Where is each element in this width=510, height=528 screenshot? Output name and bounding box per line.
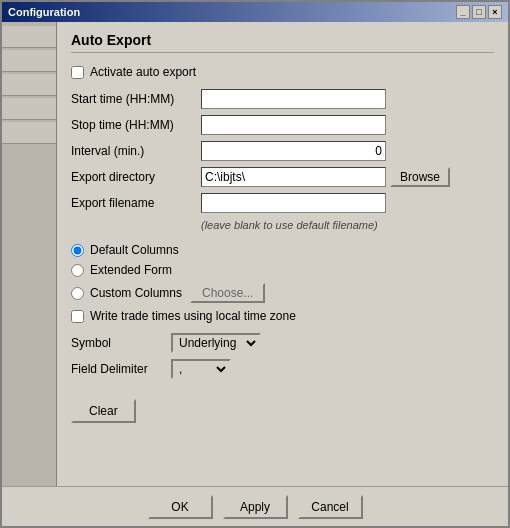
custom-columns-label: Custom Columns [90,286,182,300]
symbol-dropdown[interactable]: Underlying Symbol [171,333,261,353]
symbol-label: Symbol [71,336,171,350]
ok-button[interactable]: OK [148,495,213,519]
sidebar-tab-3[interactable] [2,74,56,96]
sidebar-tab-2[interactable] [2,50,56,72]
export-filename-input[interactable] [201,193,386,213]
export-filename-label: Export filename [71,196,201,210]
sidebar-tab-5[interactable] [2,122,56,144]
left-sidebar [2,22,57,486]
minimize-button[interactable]: _ [456,5,470,19]
extended-form-row: Extended Form [71,263,494,277]
export-directory-row: Export directory Browse [71,167,494,187]
custom-columns-radio[interactable] [71,287,84,300]
write-trade-times-checkbox[interactable] [71,310,84,323]
custom-columns-row: Custom Columns Choose... [71,283,494,303]
default-columns-row: Default Columns [71,243,494,257]
field-delimiter-dropdown[interactable]: , ; tab [171,359,231,379]
default-columns-label: Default Columns [90,243,179,257]
start-time-row: Start time (HH:MM) [71,89,494,109]
section-title: Auto Export [71,32,494,53]
title-bar-buttons: _ □ × [456,5,502,19]
interval-row: Interval (min.) [71,141,494,161]
sidebar-tab-4[interactable] [2,98,56,120]
activate-row: Activate auto export [71,65,494,79]
main-window: Configuration _ □ × Auto Export Activate… [0,0,510,528]
radio-group: Default Columns Extended Form Custom Col… [71,243,494,303]
choose-button[interactable]: Choose... [190,283,265,303]
clear-row: Clear [71,385,494,423]
interval-input[interactable] [201,141,386,161]
extended-form-radio[interactable] [71,264,84,277]
clear-button[interactable]: Clear [71,399,136,423]
extended-form-label: Extended Form [90,263,172,277]
write-trade-times-row: Write trade times using local time zone [71,309,494,323]
browse-button[interactable]: Browse [390,167,450,187]
stop-time-label: Stop time (HH:MM) [71,118,201,132]
start-time-input[interactable] [201,89,386,109]
symbol-row: Symbol Underlying Symbol [71,333,494,353]
export-filename-row: Export filename [71,193,494,213]
default-columns-radio[interactable] [71,244,84,257]
stop-time-input[interactable] [201,115,386,135]
title-bar: Configuration _ □ × [2,2,508,22]
close-button[interactable]: × [488,5,502,19]
sidebar-tab-1[interactable] [2,26,56,48]
apply-button[interactable]: Apply [223,495,288,519]
maximize-button[interactable]: □ [472,5,486,19]
export-directory-input[interactable] [201,167,386,187]
activate-label: Activate auto export [90,65,196,79]
window-title: Configuration [8,6,80,18]
activate-checkbox[interactable] [71,66,84,79]
main-content: Auto Export Activate auto export Start t… [2,22,508,486]
bottom-bar: OK Apply Cancel [2,486,508,526]
start-time-label: Start time (HH:MM) [71,92,201,106]
content-area: Auto Export Activate auto export Start t… [57,22,508,486]
interval-label: Interval (min.) [71,144,201,158]
cancel-button[interactable]: Cancel [298,495,363,519]
field-delimiter-label: Field Delimiter [71,362,171,376]
hint-text: (leave blank to use default filename) [201,219,494,231]
export-directory-label: Export directory [71,170,201,184]
field-delimiter-row: Field Delimiter , ; tab [71,359,494,379]
stop-time-row: Stop time (HH:MM) [71,115,494,135]
write-trade-times-label: Write trade times using local time zone [90,309,296,323]
